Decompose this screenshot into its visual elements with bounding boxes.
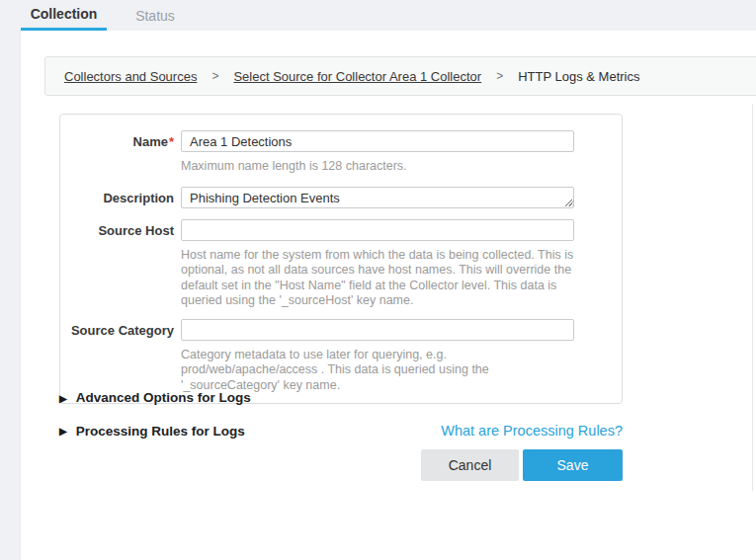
source-host-label: Source Host [60, 219, 174, 309]
source-host-help-text: Host name for the system from which the … [181, 248, 576, 309]
name-label: Name* [60, 130, 174, 175]
tab-status[interactable]: Status [107, 0, 204, 31]
breadcrumb-collectors-and-sources[interactable]: Collectors and Sources [64, 69, 197, 84]
chevron-right-icon: ▶ [59, 426, 67, 437]
what-are-processing-rules-link[interactable]: What are Processing Rules? [441, 423, 623, 439]
description-label: Description [60, 187, 174, 208]
save-button[interactable]: Save [523, 449, 623, 481]
cancel-button[interactable]: Cancel [421, 449, 519, 481]
advanced-options-row: ▶ Advanced Options for Logs [59, 390, 623, 405]
chevron-right-icon: ▶ [59, 393, 67, 404]
description-field-row: Description Phishing Detection Events [60, 187, 622, 208]
processing-rules-row: ▶ Processing Rules for Logs What are Pro… [59, 423, 623, 439]
source-category-help-text: Category metadata to use later for query… [181, 348, 576, 394]
breadcrumb-current-page: HTTP Logs & Metrics [518, 69, 639, 84]
tab-collection[interactable]: Collection [21, 0, 107, 31]
advanced-options-toggle[interactable]: ▶ Advanced Options for Logs [59, 390, 251, 405]
tab-bar: Collection Status [0, 0, 756, 31]
processing-rules-label: Processing Rules for Logs [76, 424, 245, 439]
left-gutter [0, 31, 21, 560]
source-category-input[interactable] [181, 319, 574, 341]
breadcrumb-separator: > [496, 69, 503, 83]
name-help-text: Maximum name length is 128 characters. [181, 159, 576, 175]
source-category-field-row: Source Category Category metadata to use… [60, 319, 622, 394]
panel-right-divider [752, 104, 753, 491]
source-config-card: Name* Maximum name length is 128 charact… [59, 114, 623, 404]
description-input[interactable]: Phishing Detection Events [181, 187, 574, 208]
source-host-field-row: Source Host Host name for the system fro… [60, 219, 622, 309]
breadcrumb: Collectors and Sources > Select Source f… [44, 56, 756, 96]
breadcrumb-separator: > [211, 69, 218, 83]
name-field-row: Name* Maximum name length is 128 charact… [60, 130, 622, 175]
source-category-label: Source Category [60, 319, 174, 394]
source-host-input[interactable] [181, 219, 574, 241]
form-actions: Cancel Save [59, 449, 623, 481]
required-asterisk: * [169, 134, 174, 149]
processing-rules-toggle[interactable]: ▶ Processing Rules for Logs [59, 424, 245, 439]
name-input[interactable] [181, 130, 574, 152]
advanced-options-label: Advanced Options for Logs [76, 390, 251, 405]
breadcrumb-select-source[interactable]: Select Source for Collector Area 1 Colle… [233, 69, 481, 84]
